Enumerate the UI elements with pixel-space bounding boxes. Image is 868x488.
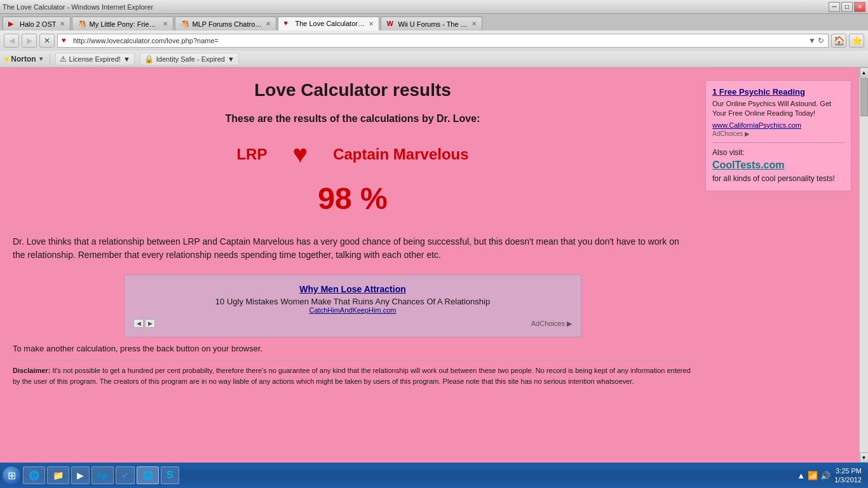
taskbar-hp[interactable]: hp — [92, 466, 114, 484]
taskbar-ie-icon[interactable]: 🌐 — [23, 466, 45, 484]
sidebar-ad-link[interactable]: www.CaliforniaPsychics.com — [712, 121, 844, 129]
minimize-button[interactable]: ─ — [829, 2, 840, 12]
maximize-button[interactable]: □ — [841, 2, 853, 12]
tab-love[interactable]: ♥ The Love Calculator ... ✕ — [278, 17, 379, 30]
ad-prev-arrow[interactable]: ◀ — [133, 319, 144, 328]
license-warn-icon: ⚠ — [60, 55, 67, 64]
page-subtitle: These are the results of the calculation… — [13, 113, 693, 125]
home-button[interactable]: 🏠 — [831, 34, 846, 48]
taskbar-ie-favicon: 🌐 — [29, 470, 39, 480]
divider — [13, 360, 693, 360]
taskbar-skype-icon: S — [166, 470, 173, 481]
result-description: Dr. Love thinks that a relationship betw… — [13, 235, 680, 262]
ad-next-arrow[interactable]: ▶ — [145, 319, 155, 328]
taskbar-media[interactable]: ▶ — [71, 466, 90, 484]
bottom-ad-subtitle: 10 Ugly Mistakes Women Make That Ruins A… — [133, 297, 572, 306]
stop-button[interactable]: ✕ — [39, 34, 55, 48]
tab-halo-favicon: ▶ — [8, 20, 17, 29]
tab-halo-label: Halo 2 OST — [20, 20, 56, 28]
tab-wii-close[interactable]: ✕ — [471, 20, 477, 27]
content-area: Love Calculator results These are the re… — [0, 67, 868, 463]
tab-wii[interactable]: W Wii U Forums - The Wo... ✕ — [381, 17, 482, 30]
disclaimer: Disclaimer: It's not possible to get a h… — [13, 365, 693, 386]
norton-logo[interactable]: ♥ Norton ▼ — [4, 54, 44, 64]
main-content: Love Calculator results These are the re… — [0, 67, 705, 463]
tab-wii-label: Wii U Forums - The Wo... — [398, 20, 468, 28]
tab-love-close[interactable]: ✕ — [369, 20, 374, 27]
name1-label: LRP — [236, 146, 267, 163]
bottom-ad-banner: Why Men Lose Attraction 10 Ugly Mistakes… — [124, 274, 581, 337]
identity-lock-icon: 🔒 — [144, 55, 154, 64]
clock-date: 1/3/2012 — [834, 475, 862, 484]
page-title: Love Calculator results — [13, 80, 693, 100]
start-icon: ⊞ — [8, 470, 16, 482]
bottom-ad-title[interactable]: Why Men Lose Attraction — [133, 284, 572, 294]
tab-wii-favicon: W — [386, 20, 395, 29]
back-instruction: To make another calculation, press the b… — [13, 344, 693, 353]
norton-separator — [50, 53, 50, 65]
disclaimer-text: It's not possible to get a hundred per c… — [13, 367, 691, 385]
norton-license-label: License Expired! — [69, 55, 121, 63]
title-bar-buttons: ─ □ ✕ — [829, 2, 865, 12]
norton-identity-label: Identity Safe - Expired — [156, 55, 225, 63]
favorites-button[interactable]: ⭐ — [849, 34, 864, 48]
taskbar-right: ▲ 📶 🔊 3:25 PM 1/3/2012 — [793, 466, 865, 485]
disclaimer-label: Disclaimer: — [13, 367, 50, 374]
scrollbar: ▲ ▼ — [859, 67, 868, 463]
bottom-ad-link[interactable]: CatchHimAndKeepHim.com — [133, 306, 572, 314]
sidebar-also-visit: Also visit: — [712, 148, 844, 157]
taskbar-explorer[interactable]: 📁 — [47, 466, 69, 484]
tab-halo[interactable]: ▶ Halo 2 OST ✕ — [3, 17, 71, 30]
tab-love-label: The Love Calculator ... — [295, 20, 365, 27]
taskbar-skype[interactable]: S — [161, 466, 179, 484]
sidebar-ad: 1 Free Psychic Reading Our Online Psychi… — [705, 80, 851, 463]
tray-arrow-icon[interactable]: ▲ — [797, 471, 805, 480]
taskbar-tray: ▲ 📶 🔊 — [797, 471, 831, 480]
taskbar-hp-icon: hp — [97, 470, 108, 480]
norton-license-item[interactable]: ⚠ License Expired! ▼ — [55, 53, 135, 65]
bottom-ad-choices[interactable]: AdChoices ▶ — [531, 320, 572, 328]
sidebar-adchoices-text[interactable]: AdChoices ▶ — [712, 130, 750, 137]
title-bar-text: The Love Calculator - Windows Internet E… — [3, 3, 153, 11]
taskbar: ⊞ 🌐 📁 ▶ hp ✔ 🌐 S ▲ 📶 🔊 3:25 PM — [0, 463, 868, 488]
address-favicon: ♥ — [62, 36, 71, 45]
start-button[interactable]: ⊞ — [3, 466, 20, 484]
tab-mlp-close[interactable]: ✕ — [163, 20, 168, 27]
forward-button[interactable]: ▶ — [22, 34, 37, 48]
sidebar-cooltests-link[interactable]: CoolTests.com — [712, 159, 844, 171]
title-bar: The Love Calculator - Windows Internet E… — [0, 0, 868, 14]
clock-time: 3:25 PM — [834, 466, 862, 475]
scroll-up-button[interactable]: ▲ — [860, 67, 869, 78]
sidebar-ad-box: 1 Free Psychic Reading Our Online Psychi… — [705, 80, 851, 191]
address-dropdown-icon[interactable]: ▼ — [808, 36, 816, 45]
tab-halo-close[interactable]: ✕ — [60, 20, 65, 27]
scroll-thumb[interactable] — [860, 78, 868, 116]
norton-icon: ♥ — [4, 54, 9, 64]
tray-volume-icon[interactable]: 🔊 — [820, 471, 831, 480]
norton-dropdown-icon[interactable]: ▼ — [38, 55, 44, 62]
taskbar-firefox-icon: 🌐 — [142, 470, 153, 480]
sidebar-ad-body: Our Online Psychics Will Astound. Get Yo… — [712, 99, 844, 119]
norton-license-dropdown[interactable]: ▼ — [123, 55, 130, 63]
close-button[interactable]: ✕ — [854, 2, 865, 12]
system-clock[interactable]: 3:25 PM 1/3/2012 — [834, 466, 862, 485]
taskbar-firefox[interactable]: 🌐 — [137, 466, 159, 484]
taskbar-items: 🌐 📁 ▶ hp ✔ 🌐 S — [23, 466, 790, 484]
taskbar-check[interactable]: ✔ — [116, 466, 135, 484]
tab-mlp-forums-close[interactable]: ✕ — [266, 20, 271, 27]
tab-bar: ▶ Halo 2 OST ✕ 🐴 My Little Pony: Friends… — [0, 14, 868, 30]
tab-mlp[interactable]: 🐴 My Little Pony: Friends... ✕ — [72, 17, 173, 30]
norton-identity-dropdown[interactable]: ▼ — [227, 55, 234, 63]
name2-label: Captain Marvelous — [333, 146, 468, 163]
sidebar-ad-title[interactable]: 1 Free Psychic Reading — [712, 87, 844, 97]
back-button[interactable]: ◀ — [4, 34, 19, 48]
address-box[interactable]: ♥ http://www.lovecalculator.com/love.php… — [57, 34, 829, 48]
refresh-icon[interactable]: ↻ — [818, 36, 824, 45]
scroll-track[interactable] — [860, 78, 869, 452]
tab-mlp-forums[interactable]: 🐴 MLP Forums Chatroom... ✕ — [175, 17, 276, 30]
taskbar-media-icon: ▶ — [77, 470, 84, 480]
bottom-ad-nav: ◀ ▶ AdChoices ▶ — [133, 319, 572, 328]
norton-identity-item[interactable]: 🔒 Identity Safe - Expired ▼ — [140, 53, 239, 65]
scroll-down-button[interactable]: ▼ — [860, 452, 869, 463]
tray-network-icon[interactable]: 📶 — [808, 471, 818, 480]
